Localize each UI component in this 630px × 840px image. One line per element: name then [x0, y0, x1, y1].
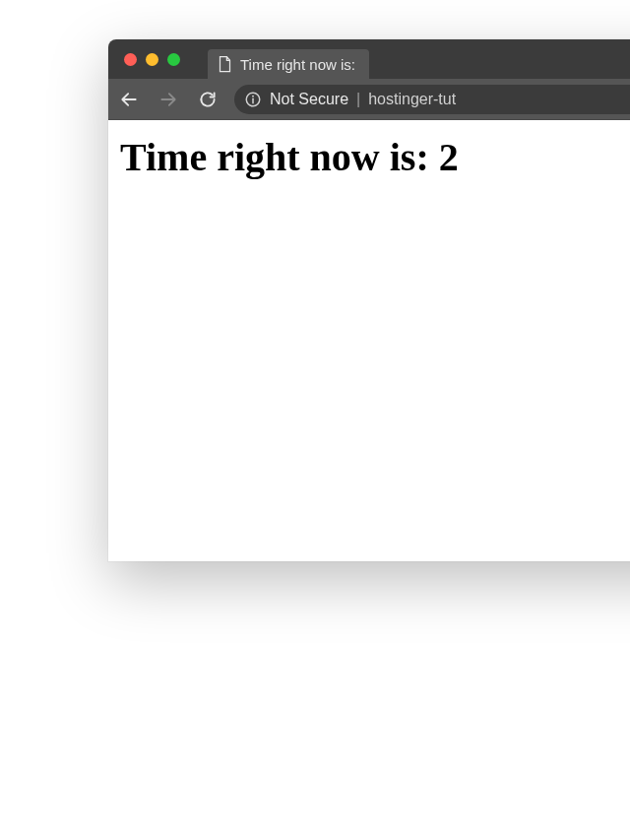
tab-strip: Time right now is:	[108, 39, 630, 79]
address-separator: |	[356, 91, 360, 108]
security-status: Not Secure	[270, 91, 348, 108]
page-heading: Time right now is: 2	[120, 134, 630, 180]
address-bar[interactable]: Not Secure | hostinger-tut	[234, 85, 630, 114]
file-icon	[218, 55, 232, 73]
window-close-button[interactable]	[124, 53, 137, 66]
toolbar: Not Secure | hostinger-tut	[108, 79, 630, 120]
nav-buttons	[118, 89, 219, 110]
url-text: hostinger-tut	[368, 91, 456, 108]
tab-title: Time right now is:	[240, 56, 355, 73]
window-minimize-button[interactable]	[146, 53, 158, 66]
info-icon	[244, 91, 262, 108]
svg-point-4	[252, 95, 254, 97]
window-maximize-button[interactable]	[167, 53, 180, 66]
back-button[interactable]	[118, 89, 140, 110]
browser-window: Time right now is: Not Secure | hostinge…	[108, 39, 630, 561]
reload-button[interactable]	[197, 89, 219, 110]
browser-tab[interactable]: Time right now is:	[208, 49, 369, 79]
page-content: Time right now is: 2	[108, 120, 630, 561]
forward-button[interactable]	[158, 89, 179, 110]
traffic-lights	[118, 39, 188, 79]
